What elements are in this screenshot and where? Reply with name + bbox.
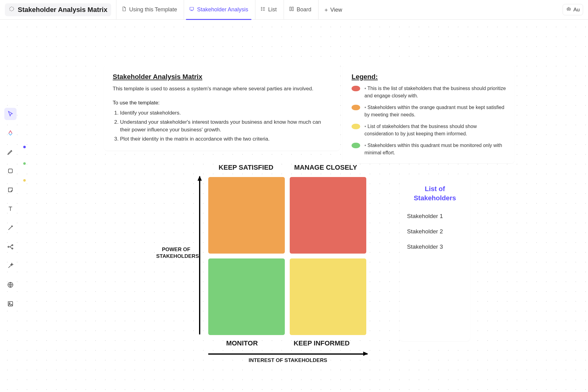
svg-rect-19 bbox=[8, 302, 13, 306]
info-card[interactable]: Stakeholder Analysis Matrix This templat… bbox=[104, 64, 340, 151]
stakeholder-item[interactable]: Stakeholder 3 bbox=[407, 243, 463, 250]
x-axis bbox=[208, 353, 368, 355]
add-view-button[interactable]: ＋ View bbox=[318, 0, 347, 20]
tool-sticky[interactable] bbox=[4, 184, 17, 196]
step-item: Plot their identity in the matrix in acc… bbox=[120, 135, 331, 143]
matrix[interactable]: KEEP SATISFIED MANAGE CLOSELY POWER OF S… bbox=[162, 164, 377, 364]
tool-image[interactable] bbox=[4, 298, 17, 310]
tool-branch[interactable] bbox=[4, 241, 17, 253]
legend-title: Legend: bbox=[352, 72, 506, 82]
stakeholder-list-title: List of Stakeholders bbox=[407, 184, 463, 202]
stakeholder-item[interactable]: Stakeholder 1 bbox=[407, 213, 463, 220]
legend-text: This is the list of stakeholders that th… bbox=[364, 85, 506, 100]
ai-button[interactable]: Au bbox=[563, 4, 583, 15]
svg-point-2 bbox=[261, 7, 262, 8]
svg-rect-1 bbox=[190, 7, 194, 10]
legend-text: List of stakeholders that the business s… bbox=[364, 123, 506, 138]
label-keep-informed: KEEP INFORMED bbox=[294, 339, 350, 347]
quadrant-monitor[interactable] bbox=[208, 258, 285, 335]
tool-globe[interactable] bbox=[4, 279, 17, 291]
svg-rect-14 bbox=[9, 169, 13, 173]
tool-pen[interactable] bbox=[4, 146, 17, 158]
page-title: Stakeholder Analysis Matrix bbox=[18, 6, 107, 14]
svg-point-0 bbox=[9, 7, 13, 11]
tab-using-template[interactable]: Using this Template bbox=[116, 0, 182, 20]
quadrant-keep-informed[interactable] bbox=[290, 258, 366, 335]
tool-sparkle[interactable] bbox=[4, 127, 17, 139]
tab-board[interactable]: Board bbox=[284, 0, 316, 20]
stakeholder-item[interactable]: Stakeholder 2 bbox=[407, 228, 463, 235]
svg-point-17 bbox=[12, 248, 13, 249]
quadrant-keep-satisfied[interactable] bbox=[208, 177, 285, 254]
ai-label: Au bbox=[573, 7, 580, 13]
board-icon bbox=[289, 6, 294, 13]
step-item: Identify your stakeholders. bbox=[120, 109, 331, 117]
topbar: Stakeholder Analysis Matrix Using this T… bbox=[0, 0, 588, 20]
doc-icon bbox=[121, 6, 127, 13]
tool-text[interactable] bbox=[4, 203, 17, 215]
info-lead: This template is used to assess a system… bbox=[113, 85, 331, 93]
rail-indicator-purple bbox=[23, 146, 26, 148]
quadrant-labels-bottom: MONITOR KEEP INFORMED bbox=[208, 339, 368, 347]
tool-magic[interactable] bbox=[4, 260, 17, 272]
label-monitor: MONITOR bbox=[226, 339, 258, 347]
tab-label: List bbox=[268, 6, 277, 13]
whiteboard-icon bbox=[189, 6, 194, 13]
svg-rect-8 bbox=[290, 7, 291, 11]
label-keep-satisfied: KEEP SATISFIED bbox=[219, 164, 273, 172]
tool-rail bbox=[3, 104, 18, 314]
x-axis-label: INTEREST OF STAKEHOLDERS bbox=[249, 357, 327, 364]
legend-swatch-red bbox=[352, 86, 360, 91]
legend-swatch-green bbox=[352, 143, 360, 148]
y-axis bbox=[199, 176, 200, 334]
legend-text: Stakeholders within the orange quadrant … bbox=[364, 104, 506, 119]
add-view-label: View bbox=[330, 7, 342, 13]
svg-point-15 bbox=[8, 246, 9, 247]
tab-label: Board bbox=[297, 6, 311, 13]
quadrant-manage-closely[interactable] bbox=[290, 177, 366, 254]
quadrant-labels-top: KEEP SATISFIED MANAGE CLOSELY bbox=[208, 164, 368, 172]
svg-point-16 bbox=[12, 245, 13, 246]
svg-point-4 bbox=[261, 10, 262, 11]
list-icon bbox=[260, 6, 266, 13]
svg-rect-10 bbox=[567, 8, 571, 10]
step-item: Understand your stakeholder's interest t… bbox=[120, 118, 331, 134]
svg-rect-9 bbox=[292, 7, 293, 11]
info-steps: Identify your stakeholders. Understand y… bbox=[113, 109, 331, 143]
y-axis-label: POWER OF STAKEHOLDERS bbox=[156, 246, 196, 260]
plus-icon: ＋ bbox=[323, 7, 329, 13]
legend-swatch-yellow bbox=[352, 124, 360, 129]
quadrant-grid bbox=[208, 177, 377, 335]
stakeholder-list-card[interactable]: List of Stakeholders Stakeholder 1 Stake… bbox=[400, 176, 470, 341]
rail-indicator-yellow bbox=[23, 179, 26, 182]
howto-lead: To use the template: bbox=[113, 99, 331, 107]
robot-icon bbox=[566, 6, 571, 13]
tab-list[interactable]: List bbox=[255, 0, 282, 20]
tab-stakeholder-analysis[interactable]: Stakeholder Analysis bbox=[184, 0, 253, 20]
tab-label: Using this Template bbox=[129, 6, 177, 13]
legend-text: Stakeholders within this quadrant must b… bbox=[364, 142, 506, 156]
template-icon bbox=[9, 6, 15, 13]
legend-card[interactable]: Legend: This is the list of stakeholders… bbox=[343, 64, 514, 163]
legend-row: Stakeholders within the orange quadrant … bbox=[352, 104, 506, 119]
legend-row: Stakeholders within this quadrant must b… bbox=[352, 142, 506, 156]
legend-row: List of stakeholders that the business s… bbox=[352, 123, 506, 138]
page-title-chip[interactable]: Stakeholder Analysis Matrix bbox=[5, 3, 111, 16]
svg-point-11 bbox=[568, 9, 569, 9]
svg-point-12 bbox=[569, 9, 570, 9]
rail-indicator-green bbox=[23, 162, 26, 165]
tab-label: Stakeholder Analysis bbox=[197, 6, 248, 13]
tool-pointer[interactable] bbox=[4, 108, 17, 120]
tool-connector[interactable] bbox=[4, 222, 17, 234]
legend-row: This is the list of stakeholders that th… bbox=[352, 85, 506, 100]
legend-swatch-orange bbox=[352, 105, 360, 110]
svg-point-3 bbox=[261, 9, 262, 9]
info-title: Stakeholder Analysis Matrix bbox=[113, 72, 331, 82]
whiteboard-canvas[interactable]: Stakeholder Analysis Matrix This templat… bbox=[0, 20, 588, 392]
x-axis-wrap: INTEREST OF STAKEHOLDERS bbox=[208, 353, 368, 364]
label-manage-closely: MANAGE CLOSELY bbox=[294, 164, 357, 172]
tool-shape[interactable] bbox=[4, 165, 17, 177]
svg-point-20 bbox=[9, 303, 10, 304]
